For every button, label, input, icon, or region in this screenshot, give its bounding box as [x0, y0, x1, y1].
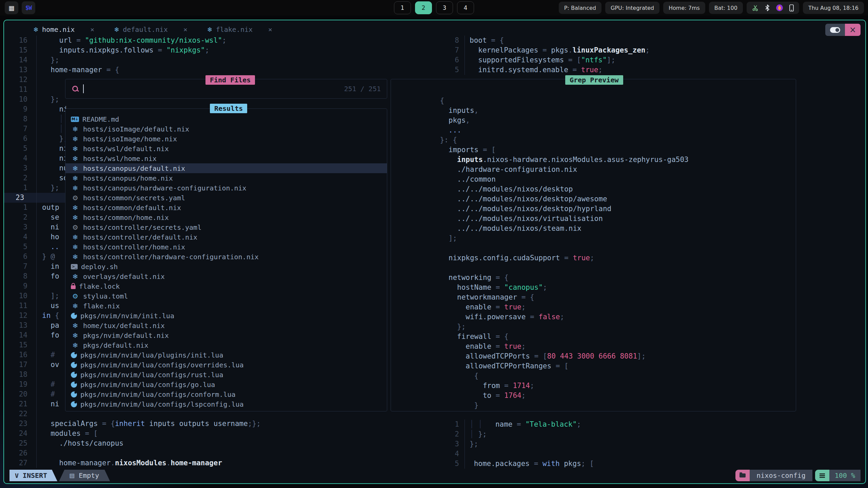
result-row[interactable]: stylua.toml — [65, 291, 387, 301]
project-name: nixos-config — [750, 470, 812, 481]
code-line[interactable]: 23 specialArgs = {inherit inputs outputs… — [4, 419, 387, 429]
result-row[interactable]: hosts/isoImage/home.nix — [65, 134, 387, 144]
result-row[interactable]: hosts/controller/default.nix — [65, 232, 387, 242]
result-row[interactable]: hosts/common/home.nix — [65, 212, 387, 222]
preview-code-line: nixpkgs.config.cudaSupport = true; — [397, 243, 796, 253]
result-row[interactable]: hosts/controller/secrets.yaml — [65, 222, 387, 232]
code-line[interactable]: 1 │ │ name = "Tela-black"; — [445, 420, 862, 429]
result-row[interactable]: pkgs/nvim/nvim/lua/configs/rust.lua — [65, 370, 387, 380]
code-line[interactable]: 8 boot = { — [445, 36, 862, 45]
result-row[interactable]: pkgs/nvim/default.nix — [65, 330, 387, 340]
network-icon[interactable] — [752, 4, 759, 11]
result-row[interactable]: hosts/isoImage/default.nix — [65, 124, 387, 134]
toggle-button[interactable] — [825, 24, 845, 36]
line-number: 7 — [4, 124, 36, 134]
nix-icon — [71, 233, 80, 241]
result-row[interactable]: deploy.sh — [65, 262, 387, 271]
code-text: ./hardware-configuration.nix — [440, 165, 577, 174]
result-row[interactable]: hosts/common/default.nix — [65, 203, 387, 212]
desktop: ▦ $W 1234 P: BalancedGPU: IntegratedHome… — [0, 0, 868, 488]
result-row[interactable]: pkgs/nvim/nvim/lua/configs/go.lua — [65, 380, 387, 389]
code-text — [36, 448, 387, 458]
line-number: 7 — [4, 262, 36, 271]
grep-preview-title: Grep Preview — [565, 75, 623, 85]
phone-icon[interactable] — [789, 4, 794, 12]
editor-tab[interactable]: ❄ flake.nix × — [202, 24, 277, 35]
code-line[interactable]: 15 inputs.nixpkgs.follows = "nixpkgs"; — [4, 45, 387, 55]
result-row[interactable]: pkgs/nvim/nvim/lua/configs/overrides.lua — [65, 360, 387, 370]
code-text — [465, 449, 862, 459]
line-number: 4 — [4, 232, 36, 242]
bluetooth-icon[interactable] — [765, 4, 770, 11]
result-row[interactable]: home/tux/default.nix — [65, 321, 387, 330]
line-number: 5 — [445, 459, 465, 469]
workspace-button[interactable]: 1 — [394, 1, 411, 14]
result-row[interactable]: pkgs/default.nix — [65, 340, 387, 350]
nix-icon — [71, 243, 80, 251]
topbar-left: ▦ $W — [5, 1, 35, 14]
result-row[interactable]: README.md — [65, 114, 387, 124]
result-row[interactable]: overlays/default.nix — [65, 271, 387, 281]
code-line[interactable]: 14 }; — [4, 55, 387, 65]
code-line[interactable]: 5 initrd.systemd.enable = true; — [445, 65, 862, 75]
line-number: 8 — [4, 114, 36, 124]
code-text: imports = [ — [440, 146, 495, 154]
line-number: 15 — [4, 340, 36, 350]
result-row[interactable]: hosts/controller/home.nix — [65, 242, 387, 252]
result-row[interactable]: pkgs/nvim/nvim/lua/configs/lspconfig.lua — [65, 399, 387, 409]
right-editor-pane-top[interactable]: 8 boot = { 7 kernelPackages = pkgs.linux… — [445, 36, 862, 75]
result-row[interactable]: flake.nix — [65, 301, 387, 311]
code-line[interactable]: 16 url = "github:nix-community/nixos-wsl… — [4, 36, 387, 45]
workspace-button[interactable]: 4 — [457, 1, 474, 14]
result-row[interactable]: hosts/common/secrets.yaml — [65, 193, 387, 203]
line-number: 14 — [4, 55, 36, 65]
tab-close-icon[interactable]: × — [90, 25, 94, 34]
code-line[interactable]: 2 │ }; — [445, 429, 862, 439]
launcher-button[interactable]: ▦ — [5, 1, 18, 14]
result-row[interactable]: flake.lock — [65, 281, 387, 291]
result-row[interactable]: hosts/canopus/home.nix — [65, 173, 387, 183]
code-text: url = "github:nix-community/nixos-wsl"; — [36, 36, 387, 45]
code-line[interactable]: 7 kernelPackages = pkgs.linuxPackages_ze… — [445, 45, 862, 55]
result-row[interactable]: hosts/controller/hardware-configuration.… — [65, 252, 387, 262]
result-row[interactable]: hosts/wsl/default.nix — [65, 144, 387, 154]
status-module: GPU: Integrated — [605, 2, 659, 14]
code-line[interactable]: 27 home-manager.nixosModules.home-manage… — [4, 458, 387, 468]
workspace-button[interactable]: 3 — [436, 1, 453, 14]
file-name: hosts/canopus/hardware-configuration.nix — [83, 184, 246, 192]
notification-icon[interactable] — [776, 4, 783, 12]
tab-close-icon[interactable]: × — [183, 25, 188, 34]
workspace-button[interactable]: 2 — [415, 1, 432, 14]
file-name: hosts/common/home.nix — [83, 214, 169, 222]
result-row[interactable]: pkgs/nvim/nvim/lua/configs/conform.lua — [65, 389, 387, 399]
nix-icon — [71, 214, 80, 222]
file-name: hosts/controller/secrets.yaml — [83, 223, 201, 231]
window-close-button[interactable]: × — [845, 24, 861, 36]
result-row[interactable]: hosts/wsl/home.nix — [65, 154, 387, 163]
editor-tab[interactable]: ❄ default.nix × — [109, 24, 192, 35]
tab-label: default.nix — [123, 25, 167, 34]
code-text: inputs.nixpkgs.follows = "nixpkgs"; — [36, 45, 387, 55]
file-name: pkgs/nvim/nvim/lua/configs/lspconfig.lua — [80, 400, 244, 408]
code-line[interactable]: 3 }; — [445, 439, 862, 449]
right-editor-pane-bottom[interactable]: 1 │ │ name = "Tela-black"; 2 │ }; 3 }; 4 — [445, 420, 862, 469]
result-row[interactable]: pkgs/nvim/nvim/init.lua — [65, 311, 387, 321]
code-text: enable = true; — [440, 303, 526, 311]
file-name: pkgs/nvim/nvim/init.lua — [80, 312, 174, 320]
code-line[interactable]: 25 ./hosts/canopus — [4, 439, 387, 448]
code-line[interactable]: 5 home.packages = with pkgs; [ — [445, 459, 862, 469]
result-row[interactable]: hosts/canopus/hardware-configuration.nix — [65, 183, 387, 193]
line-number: 26 — [4, 448, 36, 458]
line-number: 12 — [4, 75, 36, 85]
logo-button[interactable]: $W — [22, 1, 35, 14]
code-line[interactable]: 4 — [445, 449, 862, 459]
result-row[interactable]: pkgs/nvim/nvim/lua/plugins/init.lua — [65, 350, 387, 360]
code-line[interactable]: 6 supportedFilesystems = ["ntfs"]; — [445, 55, 862, 65]
editor-tab[interactable]: ❄ home.nix × — [28, 24, 99, 35]
nix-icon — [71, 272, 80, 281]
tab-close-icon[interactable]: × — [268, 25, 272, 34]
code-line[interactable]: 24 modules = [ — [4, 429, 387, 439]
result-row[interactable]: hosts/canopus/default.nix — [65, 163, 387, 173]
code-line[interactable]: 26 — [4, 448, 387, 458]
code-line[interactable]: 13 home-manager = { — [4, 65, 387, 75]
